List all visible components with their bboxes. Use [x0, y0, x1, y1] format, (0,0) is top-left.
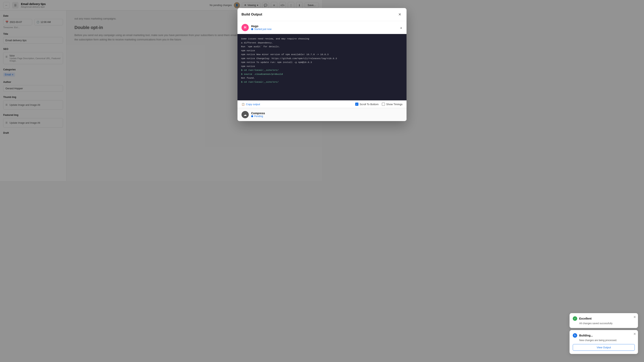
modal-toolbar: 📋 Copy output ✓ Scroll To Bottom Show Ti… — [238, 100, 322, 108]
terminal-cmd-1: $ cd /usr/local/__site/src/ — [241, 68, 322, 72]
terminal-output: Some issues need review, and may require… — [238, 34, 322, 100]
modal-overlay[interactable]: Build Output ✕ H Hugo Started just now ▲ — [0, 0, 322, 181]
hugo-status-dot — [251, 28, 253, 30]
copy-icon: 📋 — [242, 103, 245, 106]
compress-name: Compress — [251, 112, 265, 115]
compress-section: ☁ Compress Pending — [238, 108, 322, 121]
compress-status-dot — [251, 115, 253, 117]
hugo-build-header-left: H Hugo Started just now — [242, 24, 272, 31]
terminal-line-9: Not found. — [241, 76, 322, 80]
hugo-status-row: Started just now — [251, 28, 272, 30]
compress-info: Compress Pending — [251, 112, 265, 118]
terminal-line-6: npm notice Changelog: https://github.com… — [241, 56, 322, 60]
terminal-line-2: a different dependency. — [241, 41, 322, 45]
copy-label: Copy output — [246, 103, 260, 106]
hugo-name: Hugo — [251, 24, 272, 28]
compress-status-text: Pending — [254, 115, 263, 118]
terminal-line-3: Run `npm audit` for details. — [241, 45, 322, 49]
terminal-line-1: Some issues need review, and may require… — [241, 37, 322, 41]
compress-icon: ☁ — [242, 111, 249, 118]
hugo-build-header[interactable]: H Hugo Started just now ▲ — [238, 21, 322, 34]
copy-output-button[interactable]: 📋 Copy output — [242, 103, 260, 106]
hugo-info: Hugo Started just now — [251, 24, 272, 30]
terminal-line-4: npm notice — [241, 49, 322, 53]
terminal-cmd-3: $ cd /usr/local/__site/src/ — [241, 80, 322, 84]
modal-title: Build Output — [242, 12, 262, 16]
compress-status-row: Pending — [251, 115, 265, 118]
terminal-line-5: npm notice New minor version of npm avai… — [241, 52, 322, 56]
hugo-status-text: Started just now — [254, 28, 272, 30]
hugo-logo: H — [242, 24, 249, 31]
terminal-cmd-2: $ source .cloudcannon/prebuild — [241, 72, 322, 76]
terminal-line-7: npm notice To update run: npm install -g… — [241, 60, 322, 64]
build-output-modal: Build Output ✕ H Hugo Started just now ▲ — [238, 8, 322, 121]
terminal-line-8: npm notice — [241, 64, 322, 68]
modal-header: Build Output ✕ — [238, 8, 322, 21]
hugo-build-section: H Hugo Started just now ▲ Some issues ne… — [238, 21, 322, 108]
